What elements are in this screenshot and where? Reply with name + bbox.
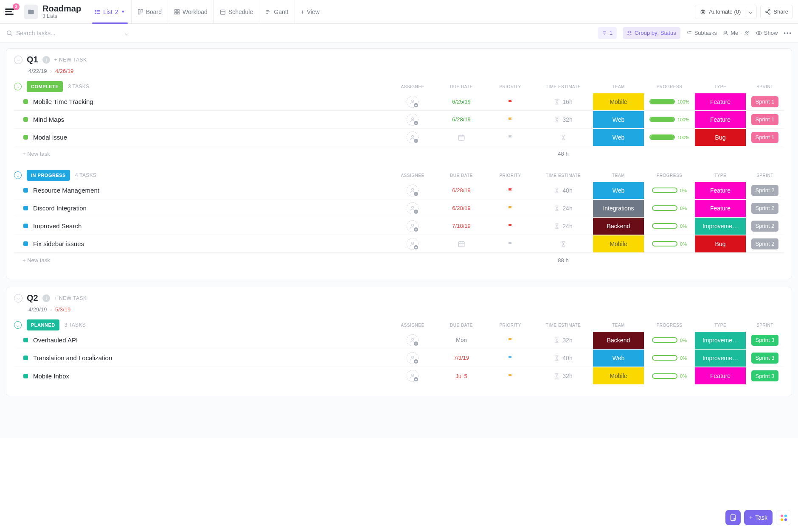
flag-icon[interactable]	[507, 204, 514, 212]
due-date[interactable]: 6/28/19	[436, 205, 487, 211]
show-toggle[interactable]: Show	[756, 30, 778, 36]
team-tag[interactable]: Mobile	[593, 367, 644, 384]
progress-cell[interactable]: 100%	[644, 134, 695, 140]
search-box[interactable]: ⌵	[6, 30, 593, 36]
tab-gantt[interactable]: Gantt	[259, 0, 294, 23]
due-date[interactable]: Jul 5	[436, 373, 487, 379]
due-date[interactable]: 7/3/19	[436, 355, 487, 361]
type-tag[interactable]: Improveme…	[695, 350, 746, 367]
sprint-pill[interactable]: Sprint 3	[751, 335, 779, 346]
flag-icon[interactable]	[507, 222, 514, 230]
assignee-add[interactable]: +	[407, 370, 419, 382]
task-title[interactable]: Translation and Localization	[33, 354, 112, 361]
me-filter[interactable]: Me ·	[723, 30, 750, 36]
time-estimate[interactable]: 32h	[534, 372, 593, 379]
progress-cell[interactable]: 100%	[644, 117, 695, 122]
subtasks-toggle[interactable]: Subtasks	[686, 30, 717, 36]
sprint-pill[interactable]: Sprint 1	[751, 96, 779, 107]
status-square[interactable]	[23, 374, 28, 378]
progress-cell[interactable]: 0%	[644, 223, 695, 229]
progress-cell[interactable]: 0%	[644, 373, 695, 379]
due-date[interactable]: Mon	[436, 337, 487, 343]
menu-toggle[interactable]: 3	[5, 6, 17, 18]
sprint-pill[interactable]: Sprint 1	[751, 114, 779, 125]
search-input[interactable]	[16, 30, 118, 36]
team-tag[interactable]: Backend	[593, 332, 644, 349]
type-tag[interactable]: Feature	[695, 111, 746, 128]
type-tag[interactable]: Feature	[695, 93, 746, 110]
status-square[interactable]	[23, 99, 28, 104]
due-date[interactable]	[436, 240, 487, 248]
status-square[interactable]	[23, 135, 28, 140]
flag-icon[interactable]	[507, 240, 514, 247]
tab-board[interactable]: Board	[131, 0, 168, 23]
team-tag[interactable]: Mobile	[593, 235, 644, 252]
assignee-add[interactable]: +	[407, 114, 419, 126]
add-task-row[interactable]: + New task 88 h	[14, 253, 784, 268]
time-estimate[interactable]: 16h	[534, 98, 593, 105]
progress-cell[interactable]: 0%	[644, 355, 695, 361]
assignee-add[interactable]: +	[407, 185, 419, 196]
more-menu[interactable]: •••	[784, 30, 792, 36]
folder-icon[interactable]	[24, 5, 38, 19]
tab-schedule[interactable]: Schedule	[214, 0, 259, 23]
flag-icon[interactable]	[507, 354, 514, 361]
sprint-pill[interactable]: Sprint 2	[751, 238, 779, 249]
progress-cell[interactable]: 0%	[644, 205, 695, 211]
status-label[interactable]: PLANNED	[27, 319, 59, 330]
sprint-pill[interactable]: Sprint 3	[751, 370, 779, 381]
group-collapse[interactable]: ⌵	[14, 171, 22, 179]
sprint-pill[interactable]: Sprint 1	[751, 132, 779, 143]
flag-icon[interactable]	[507, 98, 514, 105]
task-title[interactable]: Improved Search	[33, 222, 81, 230]
assignee-add[interactable]: +	[407, 132, 419, 143]
due-date[interactable]: 6/28/19	[436, 187, 487, 193]
status-square[interactable]	[23, 206, 28, 210]
status-square[interactable]	[23, 338, 28, 342]
type-tag[interactable]: Improveme…	[695, 218, 746, 235]
sprint-pill[interactable]: Sprint 2	[751, 203, 779, 214]
chevron-down-icon[interactable]: ⌵	[125, 30, 128, 36]
flag-icon[interactable]	[507, 187, 514, 194]
status-square[interactable]	[23, 224, 28, 228]
task-title[interactable]: Mind Maps	[33, 116, 64, 123]
team-tag[interactable]: Web	[593, 129, 644, 146]
tab-add-view[interactable]: + View	[295, 0, 326, 23]
flag-icon[interactable]	[507, 336, 514, 344]
sprint-pill[interactable]: Sprint 2	[751, 221, 779, 232]
task-title[interactable]: Mobile Time Tracking	[33, 98, 93, 105]
assignee-add[interactable]: +	[407, 220, 419, 232]
time-estimate[interactable]: 24h	[534, 223, 593, 230]
filter-chip[interactable]: 1	[598, 27, 617, 39]
task-title[interactable]: Fix sidebar issues	[33, 240, 84, 247]
team-tag[interactable]: Web	[593, 182, 644, 199]
type-tag[interactable]: Bug	[695, 129, 746, 146]
progress-cell[interactable]: 0%	[644, 337, 695, 343]
status-label[interactable]: IN PROGRESS	[27, 170, 70, 181]
calendar-icon[interactable]	[458, 134, 465, 140]
type-tag[interactable]: Feature	[695, 200, 746, 217]
new-task-link[interactable]: + NEW TASK	[54, 57, 87, 63]
status-square[interactable]	[23, 188, 28, 193]
groupby-chip[interactable]: Group by: Status	[623, 27, 680, 39]
due-date[interactable]: 6/28/19	[436, 116, 487, 123]
task-title[interactable]: Modal issue	[33, 134, 67, 141]
type-tag[interactable]: Improveme…	[695, 332, 746, 349]
tab-list[interactable]: List 2 ▼	[89, 0, 131, 23]
time-estimate[interactable]	[534, 241, 593, 247]
info-icon[interactable]: i	[42, 56, 50, 64]
add-task-row[interactable]: + New task 48 h	[14, 146, 784, 161]
time-estimate[interactable]: 32h	[534, 116, 593, 123]
due-date[interactable]: 6/25/19	[436, 98, 487, 105]
group-collapse[interactable]: ⌵	[14, 321, 22, 329]
flag-icon[interactable]	[507, 116, 514, 123]
team-tag[interactable]: Web	[593, 350, 644, 367]
sprint-pill[interactable]: Sprint 3	[751, 353, 779, 364]
share-button[interactable]: Share	[760, 5, 793, 19]
new-task-link[interactable]: + NEW TASK	[54, 295, 87, 301]
progress-cell[interactable]: 100%	[644, 99, 695, 104]
team-tag[interactable]: Backend	[593, 218, 644, 235]
type-tag[interactable]: Feature	[695, 182, 746, 199]
assignee-add[interactable]: +	[407, 352, 419, 364]
status-label[interactable]: COMPLETE	[27, 81, 63, 92]
